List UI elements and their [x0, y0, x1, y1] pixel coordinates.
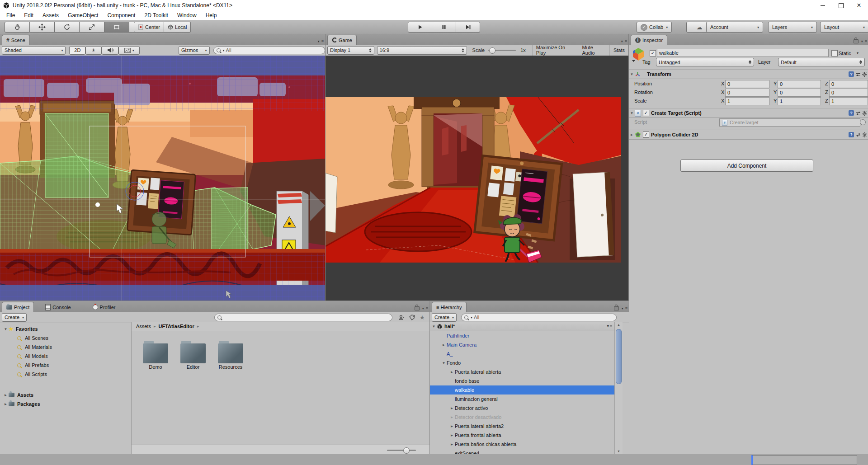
account-dropdown[interactable]: Account▾	[706, 22, 763, 33]
scroll-up-arrow[interactable]: ▲	[615, 322, 623, 328]
position-z-field[interactable]: 0	[829, 80, 868, 88]
hierarchy-item-fondo[interactable]: ▼Fondo	[430, 358, 614, 367]
foldout-icon[interactable]: ►	[449, 370, 455, 374]
help-icon[interactable]: ?	[849, 132, 854, 137]
panel-menu-icon[interactable]: ≡	[426, 306, 428, 310]
scene-header-row[interactable]: ▼ hall* ▾ ≡	[430, 322, 614, 331]
favorite-all-scripts[interactable]: All Scripts	[0, 370, 131, 379]
menu-edit[interactable]: Edit	[19, 11, 38, 19]
breadcrumb-current[interactable]: UFTAtlasEditor	[159, 324, 194, 329]
gear-icon[interactable]	[862, 72, 867, 77]
label-filter-icon[interactable]	[409, 315, 415, 320]
favorite-all-scenes[interactable]: All Scenes	[0, 333, 131, 343]
foldout-icon[interactable]: ▼	[431, 324, 437, 329]
favorites-root[interactable]: ▼ ★ Favorites	[0, 324, 131, 333]
foldout-icon[interactable]: ►	[3, 393, 9, 397]
menu-gameobject[interactable]: GameObject	[63, 11, 103, 19]
static-checkbox[interactable]	[831, 50, 838, 56]
breadcrumb-assets[interactable]: Assets	[136, 324, 151, 329]
hierarchy-item-pathfinder[interactable]: Pathfinder	[430, 331, 614, 340]
foldout-icon[interactable]: ▼	[629, 111, 635, 115]
display-dropdown[interactable]: Display 1	[327, 46, 374, 55]
position-y-field[interactable]: 0	[778, 80, 821, 88]
favorite-all-models[interactable]: All Models	[0, 352, 131, 361]
preset-icon[interactable]	[856, 111, 861, 115]
rotation-x-field[interactable]: 0	[725, 89, 769, 97]
hierarchy-item-a[interactable]: A_	[430, 349, 614, 358]
move-tool-button[interactable]	[30, 22, 55, 33]
pivot-local-button[interactable]: Local	[164, 22, 191, 33]
maximize-on-play-button[interactable]: Maximize On Play	[532, 45, 578, 56]
project-search-input[interactable]	[223, 314, 389, 320]
preset-icon[interactable]	[856, 133, 861, 137]
panel-dropdown-icon[interactable]: ▾	[318, 39, 320, 43]
pause-button[interactable]	[432, 22, 456, 33]
foldout-icon[interactable]: ►	[3, 402, 9, 406]
scroll-thumb[interactable]	[616, 329, 622, 384]
scale-slider[interactable]	[488, 50, 516, 51]
position-x-field[interactable]: 0	[725, 80, 769, 88]
panel-menu-icon[interactable]: ≡	[625, 306, 627, 310]
hierarchy-item-puerta-lateral-abierta[interactable]: ►Puerta lateral abierta	[430, 367, 614, 376]
scale-tool-button[interactable]	[80, 22, 104, 33]
hierarchy-item-detector-desactivado[interactable]: ►Detector desactivado	[430, 413, 614, 422]
rotation-z-field[interactable]: 0	[829, 89, 868, 97]
panel-dropdown-icon[interactable]: ▾	[621, 39, 623, 43]
layer-dropdown[interactable]: Default	[778, 58, 865, 66]
tab-scene[interactable]: # Scene	[2, 35, 30, 45]
hierarchy-create-dropdown[interactable]: Create▾	[432, 313, 457, 322]
help-icon[interactable]: ?	[849, 110, 854, 116]
step-button[interactable]	[456, 22, 480, 33]
foldout-icon[interactable]: ►	[449, 433, 455, 437]
maximize-button[interactable]	[832, 0, 850, 11]
layers-dropdown[interactable]: Layers▾	[768, 22, 817, 33]
gizmos-dropdown[interactable]: Gizmos▾	[179, 46, 210, 55]
panel-dropdown-icon[interactable]: ▾	[422, 306, 424, 310]
foldout-icon[interactable]: ►	[629, 133, 635, 137]
assets-root[interactable]: ► Assets	[0, 390, 131, 399]
rect-tool-button[interactable]	[104, 22, 129, 33]
panel-menu-icon[interactable]: ≡	[865, 39, 867, 43]
folder-demo[interactable]: Demo	[140, 343, 171, 370]
active-checkbox[interactable]: ✓	[650, 50, 656, 56]
scale-y-field[interactable]: 1	[778, 97, 821, 105]
hand-tool-button[interactable]	[5, 22, 30, 33]
game-viewport[interactable]	[326, 56, 628, 301]
menu-assets[interactable]: Assets	[38, 11, 63, 19]
scale-x-field[interactable]: 1	[725, 97, 769, 105]
gear-icon[interactable]	[862, 111, 867, 116]
hierarchy-search-field[interactable]: ▾ All	[461, 314, 617, 321]
object-picker-icon[interactable]	[860, 119, 866, 125]
rotation-y-field[interactable]: 0	[778, 89, 821, 97]
favorite-all-materials[interactable]: All Materials	[0, 343, 131, 352]
scroll-down-arrow[interactable]: ▼	[615, 450, 623, 453]
component-checkbox[interactable]: ✓	[643, 110, 649, 116]
scene-audio-toggle[interactable]	[102, 46, 119, 55]
scene-viewport[interactable]	[0, 56, 325, 301]
script-field[interactable]: # CreateTarget	[719, 118, 860, 127]
project-search-field[interactable]	[214, 314, 392, 321]
foldout-icon[interactable]: ►	[449, 415, 455, 419]
hierarchy-item-puerta-frontal-abierta[interactable]: ►Puerta frontal abierta	[430, 431, 614, 440]
favorites-filter-icon[interactable]: ★	[420, 314, 425, 321]
project-grid[interactable]: Demo Editor Resources	[132, 331, 429, 445]
mute-audio-button[interactable]: Mute Audio	[578, 45, 609, 56]
minimize-button[interactable]	[814, 0, 832, 11]
hierarchy-item-detector-activo[interactable]: ►Detector activo	[430, 404, 614, 413]
project-create-dropdown[interactable]: Create▾	[2, 313, 27, 322]
lock-icon[interactable]	[854, 39, 859, 43]
foldout-icon[interactable]: ▼	[629, 72, 635, 76]
foldout-icon[interactable]: ►	[449, 406, 455, 410]
stats-button[interactable]: Stats	[609, 45, 628, 56]
gear-icon[interactable]	[862, 132, 867, 137]
icon-size-slider[interactable]	[387, 450, 416, 451]
scale-z-field[interactable]: 1	[829, 97, 868, 105]
2d-toggle-button[interactable]: 2D	[69, 46, 85, 55]
panel-dropdown-icon[interactable]: ▾	[861, 39, 863, 43]
aspect-ratio-dropdown[interactable]: 16:9	[377, 46, 467, 55]
tab-hierarchy[interactable]: ≡ Hierarchy	[432, 302, 467, 312]
menu-window[interactable]: Window	[173, 11, 201, 19]
foldout-icon[interactable]: ►	[449, 424, 455, 428]
hierarchy-item-iluminacion-general[interactable]: iluminacion general	[430, 395, 614, 404]
hierarchy-item-puerta-lateral-abierta2[interactable]: ►Puerta lateral abierta2	[430, 422, 614, 431]
